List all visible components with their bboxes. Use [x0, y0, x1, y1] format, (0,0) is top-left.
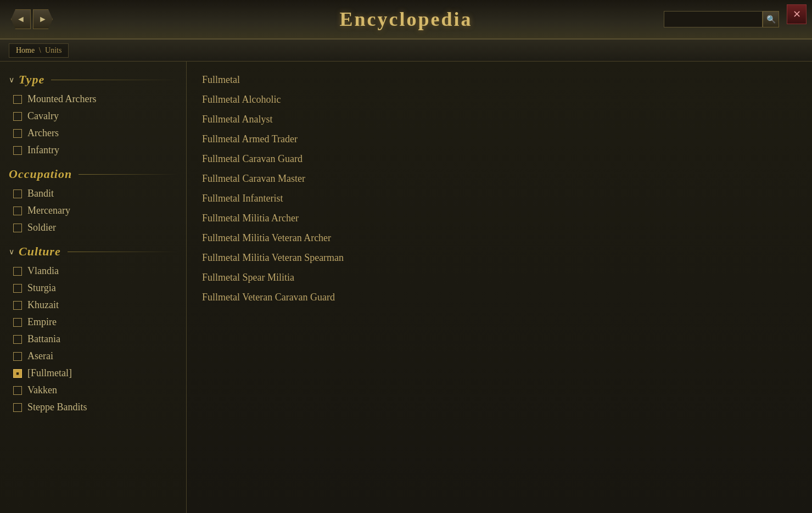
label-aserai: Aserai	[27, 350, 53, 362]
search-button[interactable]: 🔍	[763, 11, 779, 27]
type-header: ∨ Type	[9, 73, 177, 87]
list-item[interactable]: Fullmetal Spear Militia	[200, 268, 799, 288]
culture-title: Culture	[19, 244, 61, 259]
type-toggle[interactable]: ∨	[9, 75, 14, 85]
type-title: Type	[19, 73, 44, 87]
checkbox-vakken[interactable]	[13, 386, 22, 395]
checkbox-sturgia[interactable]	[13, 284, 22, 293]
nav-buttons: ◄ ►	[11, 9, 53, 29]
filter-mounted-archers[interactable]: Mounted Archers	[9, 93, 177, 105]
search-bar: 🔍	[664, 11, 779, 27]
label-khuzait: Khuzait	[27, 299, 59, 311]
checkbox-empire[interactable]	[13, 318, 22, 327]
unit-list: Fullmetal Fullmetal Alcoholic Fullmetal …	[187, 62, 812, 513]
checkbox-infantry[interactable]	[13, 146, 22, 155]
list-item[interactable]: Fullmetal Armed Trader	[200, 130, 799, 149]
checkbox-steppe-bandits[interactable]	[13, 403, 22, 412]
filter-empire[interactable]: Empire	[9, 316, 177, 328]
checkbox-fullmetal[interactable]	[13, 369, 22, 378]
header: ◄ ► Encyclopedia 🔍 ✕	[0, 0, 812, 40]
label-fullmetal: [Fullmetal]	[27, 367, 72, 379]
label-archers: Archers	[27, 127, 59, 139]
checkbox-aserai[interactable]	[13, 352, 22, 361]
list-item[interactable]: Fullmetal Militia Veteran Archer	[200, 228, 799, 248]
list-item[interactable]: Fullmetal Infanterist	[200, 189, 799, 209]
filter-sturgia[interactable]: Sturgia	[9, 282, 177, 294]
encyclopedia-title: Encyclopedia	[339, 8, 472, 31]
checkbox-cavalry[interactable]	[13, 112, 22, 121]
filter-khuzait[interactable]: Khuzait	[9, 299, 177, 311]
filter-steppe-bandits[interactable]: Steppe Bandits	[9, 402, 177, 413]
list-item[interactable]: Fullmetal Militia Veteran Spearman	[200, 248, 799, 268]
occupation-section: Occupation Bandit Mercenary Soldier	[9, 167, 177, 233]
filter-aserai[interactable]: Aserai	[9, 350, 177, 362]
breadcrumb-current: Units	[45, 46, 61, 54]
breadcrumb-separator: \	[39, 46, 43, 54]
type-section: ∨ Type Mounted Archers Cavalry Archers I…	[9, 73, 177, 156]
filter-battania[interactable]: Battania	[9, 333, 177, 345]
label-steppe-bandits: Steppe Bandits	[27, 402, 87, 413]
filter-archers[interactable]: Archers	[9, 127, 177, 139]
list-item[interactable]: Fullmetal Alcoholic	[200, 90, 799, 110]
checkbox-archers[interactable]	[13, 129, 22, 138]
label-mercenary: Mercenary	[27, 205, 70, 216]
type-line	[51, 80, 177, 80]
culture-section: ∨ Culture Vlandia Sturgia Khuzait Empire	[9, 244, 177, 413]
culture-toggle[interactable]: ∨	[9, 247, 14, 256]
label-infantry: Infantry	[27, 144, 59, 156]
label-bandit: Bandit	[27, 188, 54, 199]
search-input[interactable]	[664, 11, 763, 27]
filter-bandit[interactable]: Bandit	[9, 188, 177, 199]
breadcrumb-home[interactable]: Home	[16, 46, 35, 54]
filter-vakken[interactable]: Vakken	[9, 384, 177, 396]
checkbox-bandit[interactable]	[13, 189, 22, 198]
culture-line	[68, 252, 177, 252]
filter-cavalry[interactable]: Cavalry	[9, 110, 177, 122]
back-button[interactable]: ◄	[11, 9, 31, 29]
culture-header: ∨ Culture	[9, 244, 177, 259]
sidebar: ∨ Type Mounted Archers Cavalry Archers I…	[0, 62, 187, 513]
filter-soldier[interactable]: Soldier	[9, 222, 177, 233]
list-item[interactable]: Fullmetal Analyst	[200, 110, 799, 130]
filter-fullmetal[interactable]: [Fullmetal]	[9, 367, 177, 379]
breadcrumb-bar: Home \ Units	[0, 40, 812, 62]
checkbox-khuzait[interactable]	[13, 301, 22, 310]
checkbox-mercenary[interactable]	[13, 207, 22, 215]
label-empire: Empire	[27, 316, 57, 328]
occupation-line	[79, 174, 177, 175]
occupation-header: Occupation	[9, 167, 177, 181]
list-item[interactable]: Fullmetal	[200, 70, 799, 90]
label-vlandia: Vlandia	[27, 265, 59, 277]
list-item[interactable]: Fullmetal Militia Archer	[200, 209, 799, 228]
close-button[interactable]: ✕	[787, 4, 807, 24]
checkbox-battania[interactable]	[13, 335, 22, 344]
list-item[interactable]: Fullmetal Veteran Caravan Guard	[200, 288, 799, 308]
filter-vlandia[interactable]: Vlandia	[9, 265, 177, 277]
breadcrumb: Home \ Units	[9, 43, 69, 58]
filter-infantry[interactable]: Infantry	[9, 144, 177, 156]
checkbox-vlandia[interactable]	[13, 267, 22, 276]
checkbox-mounted-archers[interactable]	[13, 95, 22, 104]
label-vakken: Vakken	[27, 384, 57, 396]
label-mounted-archers: Mounted Archers	[27, 93, 96, 105]
occupation-title: Occupation	[9, 167, 72, 181]
label-soldier: Soldier	[27, 222, 56, 233]
label-battania: Battania	[27, 333, 60, 345]
label-sturgia: Sturgia	[27, 282, 56, 294]
filter-mercenary[interactable]: Mercenary	[9, 205, 177, 216]
forward-button[interactable]: ►	[33, 9, 53, 29]
main-content: ∨ Type Mounted Archers Cavalry Archers I…	[0, 62, 812, 513]
list-item[interactable]: Fullmetal Caravan Guard	[200, 149, 799, 169]
checkbox-soldier[interactable]	[13, 224, 22, 232]
list-item[interactable]: Fullmetal Caravan Master	[200, 169, 799, 189]
label-cavalry: Cavalry	[27, 110, 59, 122]
